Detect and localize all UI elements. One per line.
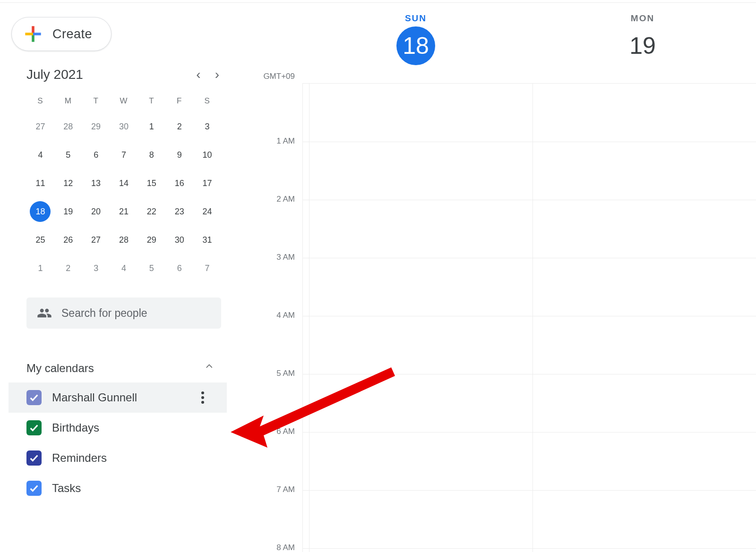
mini-date-cell[interactable]: 22 xyxy=(137,197,165,226)
mini-dow: S xyxy=(193,93,221,112)
mini-date-cell[interactable]: 5 xyxy=(137,254,165,282)
search-people-input[interactable]: Search for people xyxy=(26,297,221,329)
mini-date-cell[interactable]: 30 xyxy=(110,112,138,141)
time-label: 6 AM xyxy=(276,427,295,436)
calendar-item-label: Marshall Gunnell xyxy=(52,391,137,404)
mini-date-cell[interactable]: 14 xyxy=(110,169,138,197)
mini-date-cell[interactable]: 29 xyxy=(137,226,165,254)
mini-date-cell[interactable]: 30 xyxy=(165,226,193,254)
mini-month-label: July 2021 xyxy=(26,67,83,82)
time-label: 8 AM xyxy=(276,543,295,552)
mini-date-cell[interactable]: 15 xyxy=(137,169,165,197)
calendar-item-label: Birthdays xyxy=(52,421,99,434)
mini-date-cell[interactable]: 8 xyxy=(137,141,165,169)
calendar-item[interactable]: Tasks xyxy=(9,473,227,503)
mini-date-cell[interactable]: 20 xyxy=(82,197,110,226)
day-column[interactable] xyxy=(309,84,533,552)
mini-date-cell[interactable]: 7 xyxy=(110,141,138,169)
time-label: 3 AM xyxy=(276,253,295,262)
day-number: 19 xyxy=(623,26,662,65)
time-label: 7 AM xyxy=(276,485,295,494)
timezone-label: GMT+09 xyxy=(263,72,295,81)
time-label: 2 AM xyxy=(276,195,295,204)
time-label: 4 AM xyxy=(276,311,295,320)
calendar-checkbox[interactable] xyxy=(26,390,42,405)
mini-date-cell[interactable]: 27 xyxy=(26,112,54,141)
mini-date-cell[interactable]: 10 xyxy=(193,141,221,169)
calendar-options-button[interactable] xyxy=(198,388,208,408)
time-label: 5 AM xyxy=(276,369,295,378)
mini-date-cell[interactable]: 19 xyxy=(54,197,82,226)
plus-icon xyxy=(21,22,45,46)
mini-date-cell[interactable]: 31 xyxy=(193,226,221,254)
mini-date-cell[interactable]: 29 xyxy=(82,112,110,141)
mini-dow: S xyxy=(26,93,54,112)
mini-dow: M xyxy=(54,93,82,112)
my-calendars-header[interactable]: My calendars ⌵ xyxy=(26,362,213,375)
mini-dow: T xyxy=(137,93,165,112)
mini-next-month-button[interactable]: › xyxy=(213,65,221,84)
chevron-up-icon: ⌵ xyxy=(206,362,213,375)
mini-date-cell[interactable]: 6 xyxy=(165,254,193,282)
calendar-item-label: Reminders xyxy=(52,451,107,465)
mini-date-cell[interactable]: 2 xyxy=(165,112,193,141)
mini-date-cell[interactable]: 2 xyxy=(54,254,82,282)
mini-date-cell[interactable]: 12 xyxy=(54,169,82,197)
mini-date-cell[interactable]: 24 xyxy=(193,197,221,226)
search-people-placeholder: Search for people xyxy=(61,307,147,320)
time-label: 1 AM xyxy=(276,136,295,146)
svg-rect-3 xyxy=(33,33,41,35)
mini-date-cell[interactable]: 1 xyxy=(26,254,54,282)
mini-dow: F xyxy=(165,93,193,112)
day-dow-label: SUN xyxy=(405,13,427,24)
mini-date-cell[interactable]: 27 xyxy=(82,226,110,254)
mini-date-cell[interactable]: 16 xyxy=(165,169,193,197)
day-dow-label: MON xyxy=(631,13,654,24)
day-number: 18 xyxy=(396,26,435,65)
calendar-checkbox[interactable] xyxy=(26,481,42,496)
mini-date-cell[interactable]: 21 xyxy=(110,197,138,226)
calendar-checkbox[interactable] xyxy=(26,450,42,466)
mini-date-cell[interactable]: 28 xyxy=(54,112,82,141)
svg-rect-2 xyxy=(25,33,33,35)
day-column[interactable] xyxy=(533,84,756,552)
calendar-item[interactable]: Marshall Gunnell xyxy=(9,382,227,413)
mini-date-cell[interactable]: 4 xyxy=(110,254,138,282)
calendar-checkbox[interactable] xyxy=(26,420,42,435)
mini-date-cell[interactable]: 17 xyxy=(193,169,221,197)
mini-date-cell[interactable]: 3 xyxy=(193,112,221,141)
mini-date-cell[interactable]: 28 xyxy=(110,226,138,254)
mini-date-cell[interactable]: 18 xyxy=(26,197,54,226)
day-column-header[interactable]: MON19 xyxy=(529,3,756,83)
mini-date-cell[interactable]: 5 xyxy=(54,141,82,169)
mini-date-cell[interactable]: 9 xyxy=(165,141,193,169)
mini-date-cell[interactable]: 6 xyxy=(82,141,110,169)
calendar-item[interactable]: Birthdays xyxy=(9,413,227,443)
mini-date-cell[interactable]: 23 xyxy=(165,197,193,226)
mini-date-cell[interactable]: 1 xyxy=(137,112,165,141)
calendar-item-label: Tasks xyxy=(52,482,81,495)
calendar-item[interactable]: Reminders xyxy=(9,443,227,473)
mini-date-cell[interactable]: 11 xyxy=(26,169,54,197)
mini-dow: W xyxy=(110,93,138,112)
people-icon xyxy=(37,306,52,321)
create-button-label: Create xyxy=(52,27,92,42)
mini-date-cell[interactable]: 3 xyxy=(82,254,110,282)
create-button[interactable]: Create xyxy=(11,17,112,51)
day-column-header[interactable]: SUN18 xyxy=(302,3,529,83)
mini-prev-month-button[interactable]: ‹ xyxy=(194,65,202,84)
mini-date-cell[interactable]: 26 xyxy=(54,226,82,254)
mini-date-cell[interactable]: 25 xyxy=(26,226,54,254)
mini-dow: T xyxy=(82,93,110,112)
mini-date-cell[interactable]: 13 xyxy=(82,169,110,197)
mini-date-cell[interactable]: 7 xyxy=(193,254,221,282)
mini-date-cell[interactable]: 4 xyxy=(26,141,54,169)
